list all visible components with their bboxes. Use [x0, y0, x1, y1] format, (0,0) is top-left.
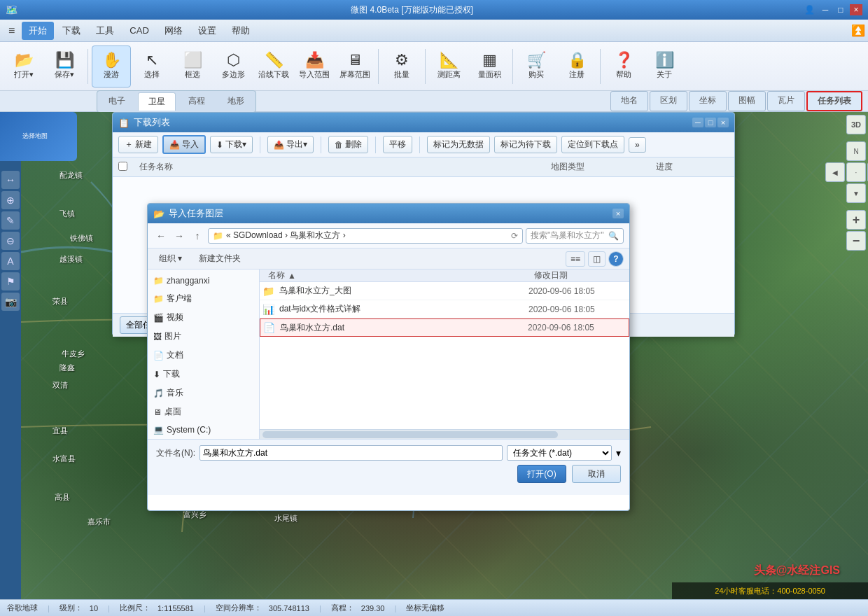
batch-btn[interactable]: ⚙ 批量 — [382, 46, 421, 88]
markno-btn[interactable]: 标记为无数据 — [427, 136, 490, 153]
sidebar-music[interactable]: 🎵 音乐 — [148, 384, 259, 402]
nav-path-text: « SGDownload › 鸟巢和水立方 › — [226, 230, 346, 241]
sidebar-btn-2[interactable]: ⊕ — [1, 191, 20, 209]
list-item-file1[interactable]: 📊 dat与idx文件格式详解 2020-09-06 18:05 — [260, 300, 629, 318]
sidebar-zhangganxi[interactable]: 📁 zhangganxi — [148, 272, 259, 289]
sidebar-document[interactable]: 📄 文档 — [148, 346, 259, 365]
tab-placename[interactable]: 地名 — [610, 91, 648, 111]
sidebar-btn-6[interactable]: ⚑ — [1, 272, 20, 290]
sidebar-programd[interactable]: 💾 Program Files (D:) — [148, 438, 259, 439]
more-btn[interactable]: » — [629, 137, 646, 153]
pane-btn[interactable]: ◫ — [588, 251, 606, 267]
tab-electronic[interactable]: 电子 — [99, 92, 135, 110]
filetype-select[interactable]: 任务文件 (*.dat) — [507, 445, 612, 461]
export-task-btn[interactable]: 📤 导出▾ — [267, 136, 314, 153]
select-btn[interactable]: ↖ 选择 — [132, 46, 172, 88]
sidebar-btn-4[interactable]: ⊖ — [1, 232, 20, 250]
area-btn[interactable]: ▦ 量面积 — [470, 46, 509, 88]
minimize-btn[interactable]: ─ — [819, 4, 832, 15]
rect-btn[interactable]: ⬜ 框选 — [173, 46, 212, 88]
tab-tasklist[interactable]: 任务列表 — [806, 91, 862, 111]
buy-btn[interactable]: 🛒 购买 — [517, 46, 556, 88]
sidebar-download[interactable]: ⬇ 下载 — [148, 365, 259, 384]
sidebar-client[interactable]: 📁 客户端 — [148, 289, 259, 308]
nav-up-btn[interactable]: ↑ — [190, 228, 205, 244]
importrange-icon: 📥 — [305, 52, 324, 68]
linedown-btn[interactable]: 📏 沿线下载 — [254, 46, 293, 88]
screenrange-btn[interactable]: 🖥 屏幕范围 — [335, 46, 374, 88]
tab-coord[interactable]: 坐标 — [689, 91, 727, 111]
dd-close-btn[interactable]: × — [718, 118, 729, 127]
tab-satellite[interactable]: 卫星 — [138, 92, 176, 111]
sidebar-systemc[interactable]: 💻 System (C:) — [148, 421, 259, 438]
music-icon: 🎵 — [153, 388, 164, 398]
register-btn[interactable]: 🔒 注册 — [557, 46, 596, 88]
restore-btn[interactable]: □ — [834, 4, 847, 15]
nav-forward-btn[interactable]: → — [172, 228, 187, 244]
close-btn[interactable]: × — [850, 4, 862, 15]
dd-max-btn[interactable]: □ — [705, 118, 716, 127]
cancel-file-btn[interactable]: 取消 — [572, 465, 621, 483]
view-btn[interactable]: ≡≡ — [566, 251, 585, 267]
sidebar-video[interactable]: 🎬 视频 — [148, 308, 259, 327]
nav-search[interactable]: 搜索"鸟巢和水立方" 🔍 — [526, 228, 624, 244]
titlebar-icon: 🗺️ — [6, 4, 18, 15]
measure-btn[interactable]: 📐 测距离 — [429, 46, 468, 88]
importrange-btn[interactable]: 📥 导入范围 — [295, 46, 334, 88]
tab-terrain[interactable]: 地形 — [218, 92, 254, 110]
h-scrollbar[interactable] — [260, 429, 629, 439]
open-file-btn[interactable]: 打开(O) — [517, 465, 566, 483]
tab-elevation[interactable]: 高程 — [178, 92, 215, 110]
download-task-btn[interactable]: ⬇ 下载▾ — [210, 136, 253, 153]
select-dropdown-icon[interactable]: ▾ — [616, 447, 621, 458]
new-task-btn[interactable]: ＋ 新建 — [118, 136, 158, 153]
menu-item-download[interactable]: 下载 — [55, 22, 88, 40]
sidebar-btn-7[interactable]: 📷 — [1, 293, 20, 311]
sidebar-btn-5[interactable]: A — [1, 252, 20, 270]
about-btn[interactable]: ℹ️ 关于 — [645, 46, 684, 88]
nav-path[interactable]: 📁 « SGDownload › 鸟巢和水立方 › ⟳ — [208, 228, 523, 244]
help-btn[interactable]: ❓ 帮助 — [604, 46, 643, 88]
collapse-icon[interactable]: ⏫ — [851, 24, 865, 37]
markpend-btn[interactable]: 标记为待下载 — [494, 136, 557, 153]
map-logo[interactable]: 选择地图 — [0, 112, 77, 161]
help-fd-btn[interactable]: ? — [608, 251, 624, 267]
open-btn[interactable]: 📂 打开▾ — [4, 46, 43, 88]
pan-btn[interactable]: ✋ 漫游 — [92, 46, 131, 88]
delete-task-btn[interactable]: 🗑 删除 — [328, 136, 368, 153]
organize-btn[interactable]: 组织 ▾ — [153, 251, 188, 266]
map-area[interactable]: 潼南区 崇龙镇 钱塘镇 渝北镇 安岳县 安居镇 安平镇 茨竹镇 配龙镇 飞镇 铁… — [21, 112, 868, 599]
menu-item-settings[interactable]: 设置 — [191, 22, 223, 40]
tab-tile[interactable]: 瓦片 — [767, 91, 805, 111]
save-btn[interactable]: 💾 保存▾ — [45, 46, 84, 88]
select-all-checkbox[interactable] — [118, 162, 127, 171]
tab-boundary[interactable]: 区划 — [650, 91, 687, 111]
nav-path-refresh[interactable]: ⟳ — [511, 231, 518, 241]
menu-item-cad[interactable]: CAD — [122, 22, 155, 38]
h-scrollbar-thumb[interactable] — [262, 431, 558, 438]
rect-label: 框选 — [185, 69, 200, 80]
menu-item-tools[interactable]: 工具 — [89, 22, 121, 40]
sidebar-desktop[interactable]: 🖥 桌面 — [148, 402, 259, 421]
menu-item-start[interactable]: 开始 — [22, 22, 54, 40]
locate-btn[interactable]: 定位到下载点 — [561, 136, 624, 153]
hamburger-icon[interactable]: ≡ — [3, 22, 20, 40]
sidebar-picture[interactable]: 🖼 图片 — [148, 327, 259, 346]
menu-item-help[interactable]: 帮助 — [225, 22, 257, 40]
import-task-btn[interactable]: 📥 导入 — [162, 135, 206, 154]
fd-close-btn[interactable]: × — [612, 209, 624, 218]
tab-mapframe[interactable]: 图幅 — [728, 91, 766, 111]
list-item-dat[interactable]: 📄 鸟巢和水立方.dat 2020-09-06 18:05 — [260, 318, 629, 337]
polygon-btn[interactable]: ⬡ 多边形 — [214, 46, 253, 88]
menu-item-network[interactable]: 网络 — [158, 22, 190, 40]
folder-label: 视频 — [167, 312, 183, 323]
list-item-folder1[interactable]: 📁 鸟巢和水立方_大图 2020-09-06 18:05 — [260, 282, 629, 300]
new-folder-btn[interactable]: 新建文件夹 — [193, 251, 246, 266]
sidebar-btn-3[interactable]: ✎ — [1, 211, 20, 230]
nav-back-btn[interactable]: ← — [153, 228, 169, 244]
sidebar-btn-1[interactable]: ↔ — [1, 171, 20, 189]
user-icon[interactable]: 👤 — [804, 4, 816, 15]
filename-input[interactable] — [200, 445, 503, 461]
dd-min-btn[interactable]: ─ — [692, 118, 704, 127]
move-btn[interactable]: 平移 — [383, 136, 412, 153]
